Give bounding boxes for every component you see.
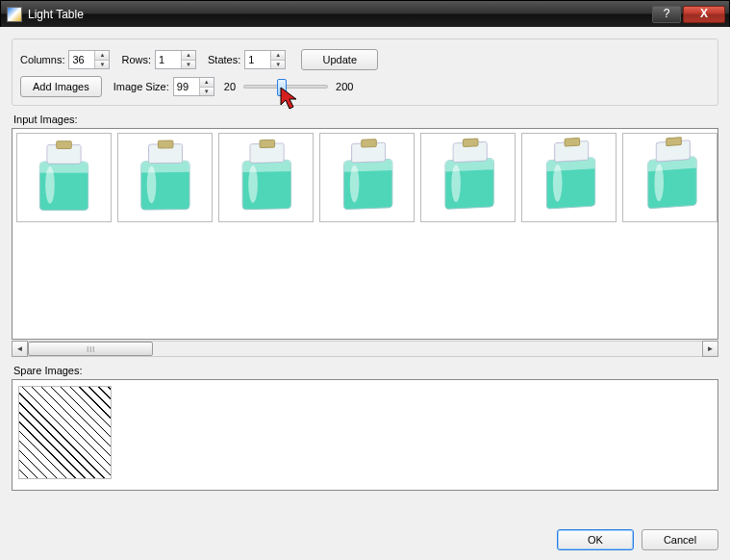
input-thumbnail[interactable] bbox=[16, 133, 112, 222]
settings-group: Columns: ▲▼ Rows: ▲▼ States: ▲▼ Update A… bbox=[12, 38, 718, 106]
chevron-up-icon[interactable]: ▲ bbox=[182, 51, 195, 61]
svg-point-7 bbox=[45, 166, 55, 204]
slider-max-label: 200 bbox=[336, 81, 353, 92]
scroll-track[interactable]: ׀׀׀ bbox=[28, 341, 702, 357]
add-images-button[interactable]: Add Images bbox=[20, 76, 102, 97]
spare-images-label: Spare Images: bbox=[13, 365, 718, 376]
svg-point-21 bbox=[248, 165, 258, 203]
states-spinner[interactable]: ▲▼ bbox=[244, 50, 286, 69]
chevron-up-icon[interactable]: ▲ bbox=[200, 78, 214, 88]
scroll-left-button[interactable]: ◄ bbox=[12, 341, 28, 357]
svg-rect-13 bbox=[158, 140, 172, 148]
chevron-down-icon[interactable]: ▼ bbox=[271, 61, 285, 69]
chevron-down-icon[interactable]: ▼ bbox=[95, 61, 109, 69]
rows-input[interactable] bbox=[156, 51, 181, 68]
input-thumbnail[interactable] bbox=[420, 133, 516, 222]
input-thumbnail[interactable] bbox=[117, 133, 213, 222]
states-label: States: bbox=[208, 54, 240, 65]
columns-spinner[interactable]: ▲▼ bbox=[68, 50, 110, 69]
rows-spinner[interactable]: ▲▼ bbox=[155, 50, 196, 69]
chevron-up-icon[interactable]: ▲ bbox=[271, 51, 285, 61]
cancel-button[interactable]: Cancel bbox=[642, 529, 718, 550]
close-button[interactable]: X bbox=[683, 6, 725, 23]
columns-label: Columns: bbox=[20, 54, 64, 65]
window-title: Light Table bbox=[28, 8, 650, 21]
scroll-right-button[interactable]: ► bbox=[702, 341, 718, 357]
image-size-label: Image Size: bbox=[113, 81, 169, 92]
svg-rect-27 bbox=[362, 140, 376, 147]
states-input[interactable] bbox=[245, 51, 270, 68]
input-images-label: Input Images: bbox=[13, 114, 718, 125]
columns-input[interactable] bbox=[69, 51, 94, 68]
scroll-thumb[interactable]: ׀׀׀ bbox=[28, 342, 153, 356]
slider-thumb[interactable] bbox=[277, 79, 287, 96]
update-button[interactable]: Update bbox=[301, 49, 378, 70]
titlebar: Light Table ? X bbox=[1, 1, 729, 28]
svg-rect-6 bbox=[57, 141, 71, 149]
input-thumbnail[interactable] bbox=[521, 133, 617, 222]
svg-rect-34 bbox=[463, 139, 477, 147]
ok-button[interactable]: OK bbox=[557, 529, 634, 550]
image-size-slider[interactable] bbox=[243, 85, 328, 89]
chevron-up-icon[interactable]: ▲ bbox=[95, 51, 109, 61]
help-button[interactable]: ? bbox=[652, 6, 681, 23]
rows-label: Rows: bbox=[121, 54, 151, 65]
image-size-input[interactable] bbox=[174, 78, 199, 95]
input-thumbnail[interactable] bbox=[218, 133, 314, 222]
chevron-down-icon[interactable]: ▼ bbox=[182, 61, 195, 69]
svg-rect-48 bbox=[667, 138, 681, 146]
svg-point-28 bbox=[350, 165, 360, 202]
spare-placeholder[interactable] bbox=[18, 386, 112, 479]
svg-rect-20 bbox=[260, 140, 274, 147]
client-area: Columns: ▲▼ Rows: ▲▼ States: ▲▼ Update A… bbox=[0, 27, 730, 560]
spare-images-pane bbox=[12, 379, 718, 491]
chevron-down-icon[interactable]: ▼ bbox=[200, 88, 214, 96]
input-images-scrollbar[interactable]: ◄ ׀׀׀ ► bbox=[12, 341, 718, 357]
input-images-pane bbox=[12, 128, 718, 340]
input-thumbnail[interactable] bbox=[319, 133, 415, 222]
app-icon bbox=[7, 7, 22, 22]
image-size-spinner[interactable]: ▲▼ bbox=[173, 77, 214, 96]
slider-min-label: 20 bbox=[224, 81, 236, 92]
svg-point-14 bbox=[147, 165, 157, 203]
input-thumbnail[interactable] bbox=[622, 133, 717, 222]
svg-rect-41 bbox=[565, 138, 579, 146]
